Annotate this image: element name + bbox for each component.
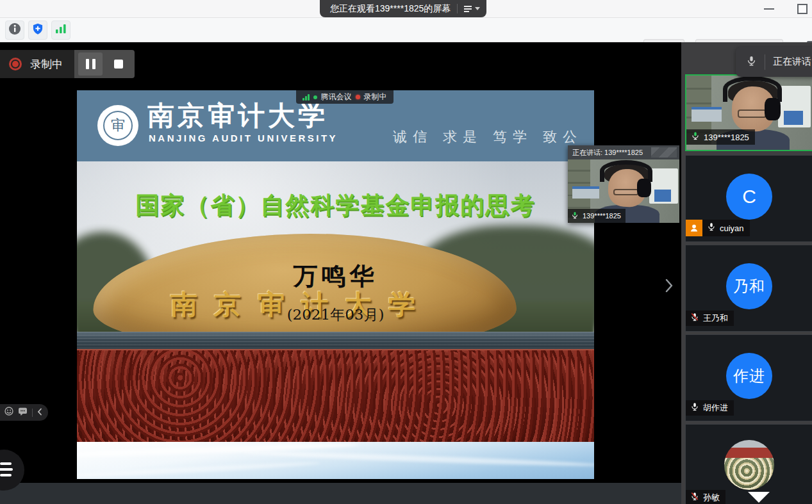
panel-divider: [765, 54, 765, 70]
chat-icon[interactable]: [18, 407, 28, 418]
badge-record-label: 录制中: [364, 92, 387, 102]
participant-name: 孙敏: [703, 492, 720, 503]
reaction-toolbar: [0, 404, 48, 421]
info-icon: [8, 22, 21, 38]
online-dot-icon: [313, 95, 317, 99]
university-name-en: NANJING AUDIT UNIVERSITY: [149, 133, 338, 143]
header-decoration: [651, 147, 677, 158]
avatar: 作进: [726, 353, 772, 399]
participant-name-tag: 胡作进: [686, 400, 734, 416]
security-button[interactable]: [28, 20, 47, 40]
avatar: C: [726, 174, 772, 220]
mic-icon: [746, 54, 757, 70]
campus-photo: 南京审计大学 国家（省）自然科学基金申报的思考 万鸣华 (2021年03月): [77, 161, 594, 442]
tencent-meeting-window: 您正在观看139****1825的屏幕 31:10: [0, 0, 812, 504]
participant-tile[interactable]: 乃和 王乃和: [685, 245, 812, 332]
speaker-video: 139****1825: [568, 159, 679, 223]
participant-name-tag: 139****1825: [686, 129, 755, 145]
stop-recording-button[interactable]: [106, 53, 131, 76]
mic-muted-icon: [690, 313, 699, 324]
presenter-name: 万鸣华: [77, 260, 594, 293]
badge-app-name: 腾讯会议: [321, 92, 352, 102]
participant-name: 胡作进: [703, 402, 728, 414]
participants-sidebar: 139****1825 C cuiyan 乃和: [681, 42, 812, 504]
participant-name: cuiyan: [720, 224, 744, 233]
shared-slide: 审 南京审计大学 NANJING AUDIT UNIVERSITY 诚信 求是 …: [77, 90, 594, 479]
watching-banner-label: 您正在观看139****1825的屏幕: [330, 3, 451, 15]
expand-panel-chevron[interactable]: [661, 275, 677, 296]
mic-muted-icon: [690, 492, 699, 503]
maximize-button[interactable]: [793, 1, 811, 17]
mic-active-icon: [571, 210, 579, 222]
minimize-button[interactable]: [760, 1, 778, 17]
university-logo: 审: [97, 105, 138, 146]
signal-bars-icon: [55, 24, 67, 37]
titlebar: 您正在观看139****1825的屏幕: [0, 0, 812, 18]
participant-name-tag: 王乃和: [686, 311, 734, 326]
participant-tile[interactable]: 作进 胡作进: [685, 334, 812, 421]
record-dot-icon: [9, 58, 22, 70]
recording-control-bar: 录制中: [0, 50, 135, 78]
speaking-now-label: 正在讲话: 139****1825: [572, 148, 643, 158]
shield-icon: [31, 22, 44, 38]
participant-name: 139****1825: [704, 133, 749, 142]
participant-tile-active-speaker[interactable]: 139****1825: [685, 74, 812, 151]
recording-label: 录制中: [30, 57, 63, 72]
shared-screen-stage: 审 南京审计大学 NANJING AUDIT UNIVERSITY 诚信 求是 …: [0, 42, 681, 504]
participant-name-tag: 孙敏: [686, 490, 725, 504]
pause-recording-button[interactable]: [78, 53, 103, 76]
avatar: 乃和: [726, 263, 772, 309]
recording-indicator: 录制中: [0, 50, 74, 78]
avatar-photo: [724, 440, 774, 490]
banner-divider: [457, 4, 458, 13]
presentation-date: (2021年03月): [77, 305, 594, 325]
university-logo-seal: 审: [103, 111, 133, 140]
recording-buttons: [74, 50, 135, 78]
mic-on-icon: [707, 222, 716, 234]
network-status-button[interactable]: [51, 20, 70, 40]
banner-menu-icon[interactable]: [464, 5, 480, 13]
floating-speaker-window[interactable]: 正在讲话: 139****1825 139****1825: [568, 145, 679, 223]
university-motto: 诚信 求是 笃学 致公: [393, 127, 583, 147]
emoji-icon[interactable]: [4, 407, 13, 418]
floating-speaker-header: 正在讲话: 139****1825: [568, 145, 679, 159]
signal-bars-icon: [302, 94, 310, 101]
meeting-info-button[interactable]: [5, 20, 24, 40]
stage-bottom-strip: [0, 483, 681, 504]
meeting-toolbar: 31:10 演讲者视图: [0, 18, 812, 42]
slide-title: 国家（省）自然科学基金申报的思考: [77, 190, 594, 222]
speaker-name-tag: 139****1825: [568, 209, 626, 223]
participant-name-tag: cuiyan: [702, 220, 750, 236]
red-flowers-strip: [77, 349, 594, 442]
water-strip: [77, 332, 594, 350]
pill-divider: [32, 409, 33, 417]
speaker-name: 139****1825: [583, 212, 621, 220]
participant-name: 王乃和: [703, 313, 728, 324]
host-badge: [686, 220, 702, 236]
scroll-down-arrow[interactable]: [748, 492, 770, 503]
speaking-label: 正在讲话: [773, 56, 811, 68]
record-dot-icon: [356, 95, 360, 99]
speaking-indicator-panel: 正在讲话: [736, 47, 812, 77]
wave-footer: [77, 442, 594, 479]
collapse-left-chevron[interactable]: [37, 407, 42, 418]
mic-on-icon: [690, 402, 699, 414]
participant-tile[interactable]: C cuiyan: [685, 155, 812, 242]
watching-banner: 您正在观看139****1825的屏幕: [320, 0, 486, 17]
recording-status-badge: 腾讯会议 录制中: [296, 90, 394, 104]
mic-active-icon: [691, 131, 700, 143]
